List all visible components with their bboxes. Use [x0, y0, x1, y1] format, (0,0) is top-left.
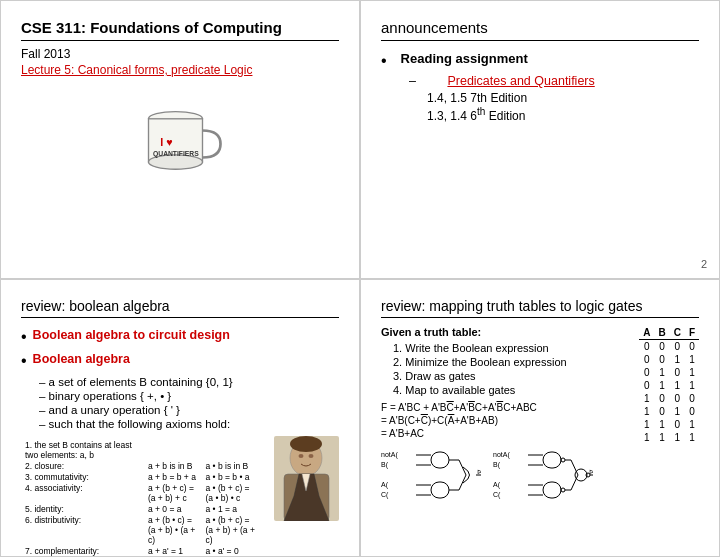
formula-section: F = A'BC + A'BC+A'BC+A'BC+ABC = A'B(C+C)…	[381, 402, 623, 439]
truth-table-cell: 1	[670, 405, 685, 418]
predicates-link: Predicates and Quantifiers	[447, 74, 594, 88]
dash-symbol: –	[409, 74, 419, 88]
truth-table-cell: 0	[685, 339, 699, 353]
svg-point-39	[561, 488, 565, 492]
reading-title: Reading assignment	[401, 51, 528, 66]
truth-table-cell: 0	[670, 418, 685, 431]
svg-rect-43	[575, 469, 587, 481]
dash-binary: – binary operations { +, • }	[39, 390, 339, 402]
axiom-cell: a + a' = 1	[148, 546, 206, 557]
truth-table-cell: 0	[639, 353, 654, 366]
svg-text:notA(: notA(	[381, 451, 398, 459]
bullet-dot-2: •	[21, 352, 27, 370]
circuit-title: Boolean algebra to circuit design	[33, 328, 230, 342]
truth-table-cell: 0	[670, 366, 685, 379]
svg-text:⊳F: ⊳F	[589, 468, 593, 475]
axiom-cell: a • a' = 0	[205, 546, 264, 557]
panel-announcements: announcements • Reading assignment – Pre…	[360, 0, 720, 279]
svg-rect-17	[431, 452, 449, 468]
svg-point-8	[299, 454, 304, 458]
truth-table-cell: 0	[654, 405, 669, 418]
bullet-dot-1: •	[21, 328, 27, 346]
truth-table-container: ABCF00000011010101111000101011011111	[631, 326, 699, 507]
svg-line-23	[459, 460, 466, 475]
predicates-dash: – Predicates and Quantifiers	[409, 74, 699, 88]
reading-bullet: • Reading assignment	[381, 51, 699, 70]
axiom-cell: a + b is in B	[148, 461, 206, 472]
truth-table-cell: 0	[685, 392, 699, 405]
axiom-cell: a • b is in B	[205, 461, 264, 472]
boolean-title: Boolean algebra	[33, 352, 130, 366]
dash-elements: – a set of elements B containing {0, 1}	[39, 376, 339, 388]
svg-text:B(: B(	[381, 461, 389, 469]
svg-rect-38	[543, 482, 561, 498]
truth-table-cell: 1	[654, 418, 669, 431]
svg-text:⊳F: ⊳F	[477, 468, 481, 475]
axioms-section: 1. the set B contains at least two eleme…	[21, 432, 339, 557]
svg-point-34	[561, 458, 565, 462]
truth-table-cell: 1	[685, 379, 699, 392]
truth-table-cell: 1	[654, 379, 669, 392]
step-4: 4. Map to available gates	[393, 384, 623, 396]
truth-table: ABCF00000011010101111000101011011111	[639, 326, 699, 444]
gate-diagrams: notA( B( A( C(	[381, 447, 623, 507]
mug-image-container: I ♥ QUANTIFIERS	[21, 97, 339, 182]
axiom-cell: 6. distributivity:	[25, 515, 148, 546]
semester: Fall 2013	[21, 47, 339, 61]
panel-boolean-algebra: review: boolean algebra • Boolean algebr…	[0, 279, 360, 558]
truth-table-cell: 1	[670, 379, 685, 392]
truth-table-header: F	[685, 326, 699, 340]
step-3: 3. Draw as gates	[393, 370, 623, 382]
truth-table-cell: 0	[685, 405, 699, 418]
svg-rect-21	[431, 482, 449, 498]
gate-diagram-1: notA( B( A( C(	[381, 447, 481, 507]
axiom-cell: 7. complementarity:	[25, 546, 148, 557]
given-label: Given a truth table:	[381, 326, 623, 338]
truth-table-header: B	[654, 326, 669, 340]
svg-text:A(: A(	[381, 481, 389, 489]
steps-container: 1. Write the Boolean expression2. Minimi…	[381, 342, 623, 396]
portrait-svg	[274, 436, 339, 521]
axiom-cell: a + (b • c) = (a + b) • (a + c)	[148, 515, 206, 546]
truth-table-cell: 1	[639, 431, 654, 444]
svg-text:B(: B(	[493, 461, 501, 469]
boolean-algebra-heading: review: boolean algebra	[21, 298, 339, 318]
truth-table-cell: 0	[670, 339, 685, 353]
truth-table-cell: 1	[685, 353, 699, 366]
svg-point-2	[149, 155, 203, 169]
truth-table-cell: 1	[639, 418, 654, 431]
svg-point-9	[309, 454, 314, 458]
panel-truth-tables: review: mapping truth tables to logic ga…	[360, 279, 720, 558]
svg-line-24	[459, 475, 466, 490]
svg-point-10	[290, 436, 322, 452]
panel-cse311: CSE 311: Foundations of Computing Fall 2…	[0, 0, 360, 279]
truth-table-cell: 1	[685, 431, 699, 444]
formula-2: = A'B(C+C)+C(A+A'B+AB)	[381, 415, 623, 426]
truth-table-header: C	[670, 326, 685, 340]
page-number: 2	[701, 258, 707, 270]
bullet-symbol: •	[381, 51, 387, 70]
portrait-image	[274, 436, 339, 521]
dash-axioms: – such that the following axioms hold:	[39, 418, 339, 430]
lecture-subtitle: Lecture 5: Canonical forms, predicate Lo…	[21, 63, 339, 77]
axiom-cell: a • 1 = a	[205, 504, 264, 515]
truth-table-header: A	[639, 326, 654, 340]
truth-table-cell: 1	[639, 392, 654, 405]
gate-diagram-2: notA( B( A( C(	[493, 447, 593, 507]
truth-table-cell: 1	[639, 405, 654, 418]
truth-table-cell: 0	[639, 366, 654, 379]
truth-table-cell: 1	[654, 431, 669, 444]
axiom-cell: 3. commutativity:	[25, 472, 148, 483]
axiom-cell: 1. the set B contains at least two eleme…	[25, 440, 148, 461]
axiom-cell: 2. closure:	[25, 461, 148, 472]
edition-7: 1.4, 1.5 7th Edition	[427, 91, 699, 105]
course-title: CSE 311: Foundations of Computing	[21, 19, 339, 41]
truth-table-cell: 1	[685, 418, 699, 431]
announcements-heading: announcements	[381, 19, 699, 41]
svg-text:C(: C(	[493, 491, 501, 499]
truth-table-cell: 0	[654, 392, 669, 405]
axiom-cell: a + 0 = a	[148, 504, 206, 515]
svg-text:I ♥: I ♥	[160, 136, 172, 148]
axiom-cell: a • b = b • a	[205, 472, 264, 483]
axiom-cell: a • (b + c) = (a • b) • c	[205, 483, 264, 504]
